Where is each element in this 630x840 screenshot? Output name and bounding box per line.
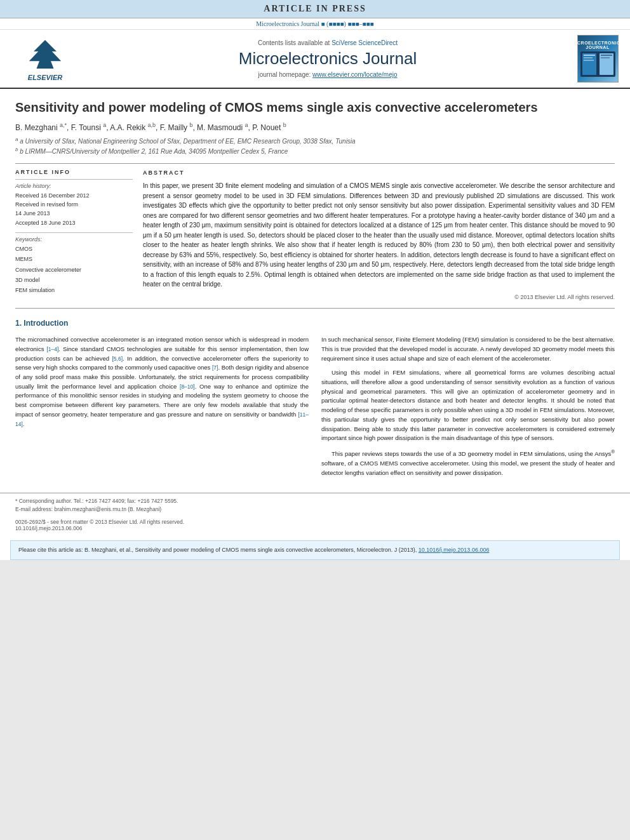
abstract-heading: ABSTRACT bbox=[143, 169, 615, 178]
history-label: Article history: bbox=[15, 183, 133, 189]
keyword-mems: MEMS bbox=[15, 254, 133, 264]
authors-line: B. Mezghani a,*, F. Tounsi a, A.A. Rekik… bbox=[15, 122, 615, 132]
journal-main-title: Microelectronics Journal bbox=[88, 49, 568, 69]
email-footnote: E-mail address: brahim.mezghani@enis.rnu… bbox=[15, 505, 615, 514]
svg-rect-9 bbox=[601, 55, 612, 56]
journal-top-section: ELSEVIER ELSEVIER Contents lists availab… bbox=[0, 30, 630, 89]
citation-journal: Microelectron. J (2013), bbox=[357, 547, 417, 553]
contents-line: Contents lists available at SciVerse Sci… bbox=[88, 39, 568, 46]
keywords-block: Keywords: CMOS MEMS Convective accelerom… bbox=[15, 236, 133, 295]
body-section-intro: 1. Introduction The micromachined convec… bbox=[15, 319, 615, 483]
article-title: Sensitivity and power modeling of CMOS m… bbox=[15, 99, 615, 116]
svg-rect-10 bbox=[601, 57, 610, 58]
journal-title-area: Contents lists available at SciVerse Sci… bbox=[88, 35, 568, 83]
svg-rect-5 bbox=[600, 53, 613, 75]
doi-area: 0026-2692/$ - see front matter © 2013 El… bbox=[0, 517, 630, 535]
intro-col-right: In such mechanical sensor, Finite Elemen… bbox=[321, 335, 615, 483]
journal-homepage: journal homepage: www.elsevier.com/locat… bbox=[88, 71, 568, 78]
elsevier-logo-area: ELSEVIER ELSEVIER bbox=[10, 35, 80, 83]
doi-text: 10.1016/j.mejo.2013.06.006 bbox=[15, 525, 615, 531]
article-info-abstract: ARTICLE INFO Article history: Received 1… bbox=[15, 169, 615, 302]
keyword-3d-model: 3D model bbox=[15, 275, 133, 285]
revised-date: 14 June 2013 bbox=[15, 209, 133, 218]
revised-label: Received in revised form bbox=[15, 200, 133, 209]
license-text: 0026-2692/$ - see front matter © 2013 El… bbox=[15, 519, 615, 525]
keyword-fem: FEM simulation bbox=[15, 285, 133, 295]
homepage-link[interactable]: www.elsevier.com/locate/mejo bbox=[312, 71, 397, 78]
sciverse-link[interactable]: SciVerse ScienceDirect bbox=[332, 39, 398, 46]
citation-prefix: Please cite this article as: B. Mezghani… bbox=[18, 547, 355, 553]
footnote-area: * Corresponding author. Tel.: +216 7427 … bbox=[0, 493, 630, 517]
section-1-title: 1. Introduction bbox=[15, 319, 615, 328]
affiliations: a a University of Sfax, National Enginee… bbox=[15, 136, 615, 157]
corresponding-footnote: * Corresponding author. Tel.: +216 7427 … bbox=[15, 497, 615, 505]
copyright-line: © 2013 Elsevier Ltd. All rights reserved… bbox=[143, 293, 615, 302]
svg-rect-4 bbox=[582, 53, 596, 75]
svg-rect-8 bbox=[584, 60, 594, 61]
svg-rect-7 bbox=[584, 57, 593, 58]
citation-doi-link[interactable]: 10.1016/j.mejo.2013.06.006 bbox=[419, 547, 490, 553]
keyword-cmos: CMOS bbox=[15, 244, 133, 254]
abstract-col: ABSTRACT In this paper, we present 3D fi… bbox=[143, 169, 615, 302]
svg-rect-6 bbox=[584, 55, 595, 56]
affiliation-b: b b LIRMM—CNRS/University of Montpellier… bbox=[15, 146, 615, 156]
accepted-date: Accepted 18 June 2013 bbox=[15, 218, 133, 227]
intro-para-3: Using this model in FEM simulations, whe… bbox=[321, 368, 615, 443]
article-in-press-banner: ARTICLE IN PRESS bbox=[0, 0, 630, 18]
citation-bar: Please cite this article as: B. Mezghani… bbox=[10, 540, 620, 561]
article-content: Sensitivity and power modeling of CMOS m… bbox=[0, 89, 630, 493]
journal-thumb: MICROELECTRONICS JOURNAL bbox=[575, 35, 620, 83]
divider-1 bbox=[15, 163, 615, 164]
intro-two-col: The micromachined convective acceleromet… bbox=[15, 335, 615, 483]
intro-para-4: This paper reviews steps towards the use… bbox=[321, 448, 615, 477]
article-history-block: Article history: Received 16 December 20… bbox=[15, 183, 133, 228]
keyword-convective: Convective accelerometer bbox=[15, 265, 133, 275]
received-date: Received 16 December 2012 bbox=[15, 191, 133, 200]
intro-para-2: In such mechanical sensor, Finite Elemen… bbox=[321, 335, 615, 363]
elsevier-text: ELSEVIER bbox=[28, 74, 62, 81]
journal-header-bar: Microelectronics Journal ■ (■■■■) ■■■–■■… bbox=[0, 18, 630, 30]
article-info-col: ARTICLE INFO Article history: Received 1… bbox=[15, 169, 133, 302]
keywords-label: Keywords: bbox=[15, 236, 133, 243]
intro-para-1: The micromachined convective acceleromet… bbox=[15, 335, 309, 429]
intro-col-left: The micromachined convective acceleromet… bbox=[15, 335, 309, 483]
elsevier-logo-svg: ELSEVIER bbox=[17, 37, 74, 72]
article-info-heading: ARTICLE INFO bbox=[15, 169, 133, 175]
divider-2 bbox=[15, 308, 615, 309]
journal-cover-thumb: MICROELECTRONICS JOURNAL bbox=[577, 35, 619, 83]
abstract-text: In this paper, we present 3D finite elem… bbox=[143, 181, 615, 290]
affiliation-a: a a University of Sfax, National Enginee… bbox=[15, 136, 615, 146]
